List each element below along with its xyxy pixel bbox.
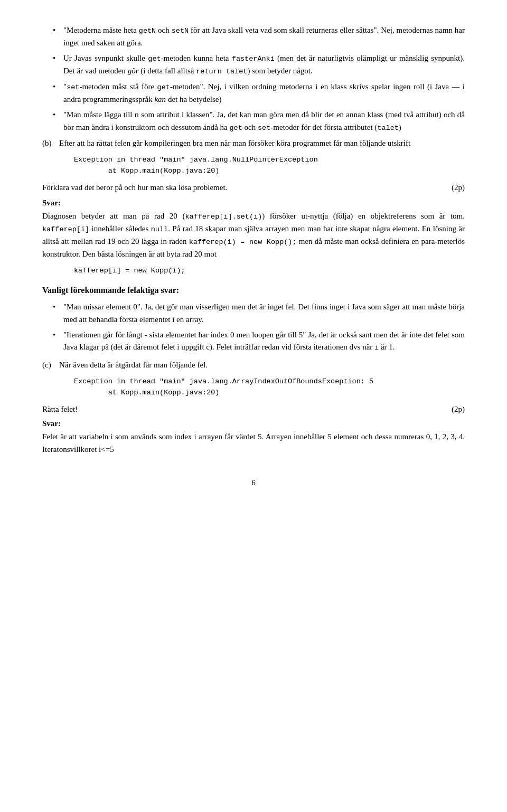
svar-text-c: Felet är att variabeln i som används som… <box>42 431 465 456</box>
top-bullet-list: "Metoderna måste heta getN och setN för … <box>53 24 465 134</box>
inline-code: fasterAnki <box>232 55 275 63</box>
ratta-text: Rätta felet! <box>42 403 78 416</box>
svar-text-b: Diagnosen betyder att man på rad 20 (kaf… <box>42 210 465 260</box>
inline-code: getN <box>139 27 156 35</box>
inline-code: get <box>148 55 161 63</box>
item-text: "set-metoden måst stå före get-metoden".… <box>63 82 465 103</box>
vanligt-bullet-list: "Man missar element 0". Ja, det gör man … <box>53 301 465 354</box>
svar-label-b: Svar: <box>42 197 465 209</box>
inline-code: get <box>157 83 170 91</box>
item-text: "Metoderna måste heta getN och setN för … <box>63 26 465 47</box>
page-content: "Metoderna måste heta getN och setN för … <box>42 24 465 489</box>
page-number: 6 <box>42 477 465 489</box>
inline-code: return talet <box>196 68 247 75</box>
inline-code: kafferep[i] <box>42 225 89 233</box>
section-c: (c) När även detta är åtgärdat får man f… <box>42 359 465 371</box>
inline-code: kafferep(i) = new Kopp(); <box>189 238 297 246</box>
list-item: "Man missar element 0". Ja, det gör man … <box>53 301 465 326</box>
section-c-body: När även detta är åtgärdat får man följa… <box>59 361 208 369</box>
forklara-text: Förklara vad det beror på och hur man sk… <box>42 182 227 194</box>
inline-code: kafferep[i].set(i) <box>185 213 262 221</box>
svar-label-c: Svar: <box>42 418 465 430</box>
list-item: "set-metoden måst stå före get-metoden".… <box>53 81 465 106</box>
list-item: "Iterationen går för långt - sista eleme… <box>53 329 465 354</box>
page-num-text: 6 <box>251 478 256 487</box>
code-block-new-kopp: kafferep[i] = new Kopp(i); <box>74 266 465 276</box>
inline-code: talet <box>377 124 399 132</box>
vanligt-heading: Vanligt förekommande felaktiga svar: <box>42 284 465 297</box>
forklara-line: Förklara vad det beror på och hur man sk… <box>42 182 465 194</box>
item-text: "Iterationen går för långt - sista eleme… <box>63 331 465 351</box>
item-text: Ur Javas synpunkt skulle get-metoden kun… <box>63 54 465 75</box>
list-item: Ur Javas synpunkt skulle get-metoden kun… <box>53 52 465 78</box>
inline-code: setN <box>172 27 189 35</box>
item-text: "Man måste lägga till n som attribut i k… <box>63 110 465 131</box>
section-b-text: Efter att ha rättat felen går kompilerin… <box>59 137 465 149</box>
ratta-line: Rätta felet! (2p) <box>42 403 465 416</box>
section-b-letter: (b) <box>42 137 59 149</box>
list-item: "Man måste lägga till n som attribut i k… <box>53 109 465 134</box>
section-c-letter: (c) <box>42 359 59 371</box>
inline-code: n <box>135 111 139 119</box>
section-b-body: Efter att ha rättat felen går kompilerin… <box>59 139 410 147</box>
points-2p-c: (2p) <box>452 403 465 416</box>
inline-code: get <box>230 124 242 132</box>
inline-code: i <box>374 344 379 352</box>
inline-code: set <box>67 83 79 91</box>
points-2p-b: (2p) <box>452 182 465 194</box>
inline-code: null <box>151 225 168 233</box>
inline-code: set <box>258 124 270 132</box>
item-text: "Man missar element 0". Ja, det gör man … <box>63 303 465 323</box>
code-block-arrayindex: Exception in thread "main" java.lang.Arr… <box>74 376 465 398</box>
section-c-text: När även detta är åtgärdat får man följa… <box>59 359 465 371</box>
italic-text: kan <box>154 95 166 103</box>
section-b: (b) Efter att ha rättat felen går kompil… <box>42 137 465 149</box>
list-item: "Metoderna måste heta getN och setN för … <box>53 24 465 49</box>
italic-text: gör <box>128 67 139 75</box>
code-block-nullpointer: Exception in thread "main" java.lang.Nul… <box>74 155 465 176</box>
